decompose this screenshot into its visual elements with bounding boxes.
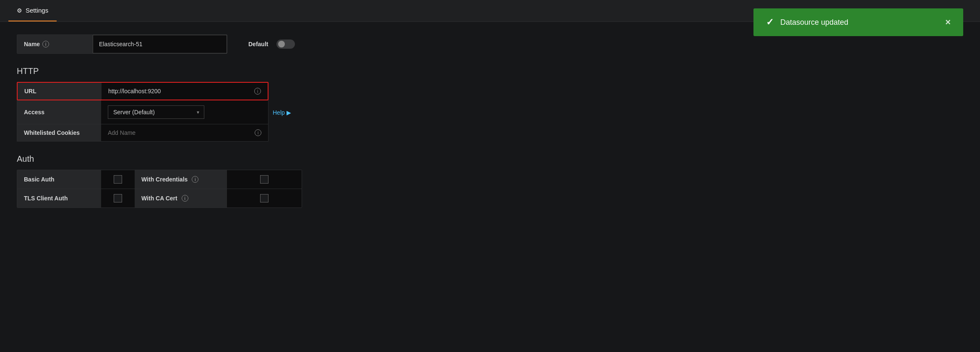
with-ca-cert-label: With CA Cert i	[135, 189, 227, 208]
with-ca-cert-checkbox-cell	[227, 189, 302, 208]
help-arrow-icon: ▶	[287, 109, 291, 116]
whitelisted-cookies-row: Whitelisted Cookies i	[17, 124, 268, 142]
settings-icon: ⚙	[17, 7, 22, 14]
whitelisted-cookies-info-icon[interactable]: i	[255, 129, 261, 136]
http-section-title: HTTP	[17, 66, 445, 76]
basic-auth-checkbox[interactable]	[114, 175, 122, 184]
access-select-wrapper: Server (Default) Browser	[108, 105, 204, 119]
auth-section-title: Auth	[17, 154, 445, 164]
tab-settings-label: Settings	[26, 7, 48, 14]
auth-section: Auth Basic Auth With Credentials i	[17, 154, 445, 208]
name-row: Name i Default	[17, 34, 445, 54]
with-credentials-info-icon[interactable]: i	[192, 176, 198, 183]
whitelisted-cookies-label: Whitelisted Cookies	[17, 124, 101, 141]
with-credentials-checkbox-cell	[227, 170, 302, 189]
whitelisted-cookies-value: i	[101, 124, 268, 141]
name-info-icon[interactable]: i	[42, 41, 49, 47]
name-label: Name i	[17, 35, 93, 53]
content-area: Name i Default HTTP URL http://	[0, 22, 461, 221]
default-toggle[interactable]	[276, 39, 295, 49]
default-label: Default	[248, 41, 268, 47]
main-container: ⚙ Settings Name i Default HTTP	[0, 0, 980, 352]
with-credentials-label: With Credentials i	[135, 170, 227, 189]
name-input[interactable]	[93, 35, 227, 53]
url-label: URL	[18, 83, 102, 100]
url-row: URL http://localhost:9200 i	[17, 82, 268, 100]
url-info-icon[interactable]: i	[254, 88, 261, 95]
url-value: http://localhost:9200 i	[102, 83, 268, 100]
toast-notification: ✓ Datasource updated ×	[753, 8, 963, 36]
whitelisted-cookies-input[interactable]	[108, 129, 251, 136]
tls-auth-label: TLS Client Auth	[17, 189, 101, 208]
basic-auth-checkbox-cell	[101, 170, 135, 189]
tls-auth-checkbox-cell	[101, 189, 135, 208]
tab-settings[interactable]: ⚙ Settings	[8, 0, 57, 21]
help-link[interactable]: Help ▶	[273, 109, 291, 116]
http-section: HTTP URL http://localhost:9200 i	[17, 66, 445, 142]
access-value: Server (Default) Browser	[101, 100, 268, 124]
with-ca-cert-checkbox[interactable]	[260, 194, 268, 202]
toast-close-button[interactable]: ×	[945, 17, 951, 28]
basic-auth-label: Basic Auth	[17, 170, 101, 189]
auth-table: Basic Auth With Credentials i	[17, 170, 302, 208]
with-ca-cert-info-icon[interactable]: i	[182, 195, 188, 202]
auth-row-2: TLS Client Auth With CA Cert i	[17, 189, 302, 208]
with-credentials-checkbox[interactable]	[260, 175, 268, 184]
toast-check-icon: ✓	[766, 17, 774, 28]
url-text: http://localhost:9200	[108, 88, 161, 95]
toast-message: Datasource updated	[780, 18, 938, 27]
auth-row-1: Basic Auth With Credentials i	[17, 170, 302, 189]
access-select[interactable]: Server (Default) Browser	[108, 105, 204, 119]
access-label: Access	[17, 100, 101, 124]
tls-auth-checkbox[interactable]	[114, 194, 122, 202]
